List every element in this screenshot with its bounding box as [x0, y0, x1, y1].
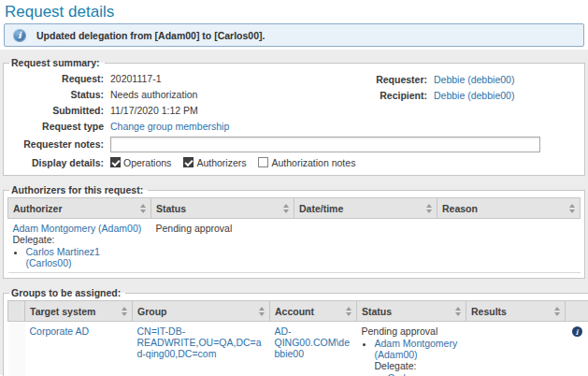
delegate-label: Delegate: — [13, 234, 147, 245]
sort-icon — [140, 204, 146, 213]
group-column-label: Group — [137, 306, 167, 317]
group-delegate-label: Delegate: — [375, 360, 462, 371]
group-link[interactable]: CN=IT-DB-READWRITE,OU=QA,DC=ad-qing00,DC… — [137, 325, 262, 359]
content-area: Request summary: Request: 20201117-1 Sta… — [0, 50, 588, 375]
target-system-column-header[interactable]: Target system — [25, 301, 133, 322]
authorizers-legend: Authorizers for this request: — [9, 184, 148, 195]
checkbox-authorization-notes[interactable]: Authorization notes — [258, 157, 367, 168]
status-value: Needs authorization — [110, 89, 197, 100]
sort-icon — [569, 204, 575, 213]
status-label: Status: — [7, 89, 104, 100]
account-column-label: Account — [275, 306, 314, 317]
sort-icon — [455, 307, 461, 316]
results-cell — [466, 322, 566, 376]
page-title: Request details — [5, 3, 588, 21]
group-column-header[interactable]: Group — [133, 301, 270, 322]
submitted-row: Submitted: 11/17/2020 1:12 PM — [7, 102, 581, 118]
row-info-icon[interactable]: i — [572, 326, 582, 337]
datetime-column-label: Date/time — [299, 203, 343, 214]
authorizer-table-row: Adam Montgomery (Adam00) Delegate: Carlo… — [8, 219, 581, 273]
target-system-cell: Corporate AD — [25, 322, 133, 376]
target-system-link[interactable]: Corporate AD — [30, 325, 90, 337]
datetime-column-header[interactable]: Date/time — [294, 198, 437, 219]
requester-notes-label: Requester notes: — [7, 138, 104, 150]
summary-right-column: Requester: Debbie (debbie00) Recipient: … — [362, 71, 514, 103]
display-details-label: Display details: — [7, 157, 104, 168]
gutter-column-header — [8, 301, 25, 322]
request-type-link[interactable]: Change group membership — [110, 121, 229, 132]
info-banner: i Updated delegation from [Adam00] to [C… — [4, 23, 584, 47]
authorizer-reason-cell — [437, 219, 581, 273]
account-cell: AD-QING00.COM\debbie00 — [270, 322, 357, 376]
status-column-header[interactable]: Status — [151, 198, 294, 219]
request-summary-section: Request summary: Request: 20201117-1 Sta… — [3, 57, 585, 176]
authorizer-link[interactable]: Adam Montgomery (Adam00) — [13, 223, 142, 234]
authorization-notes-checkbox-label: Authorization notes — [271, 157, 355, 168]
groups-legend: Groups to be assigned: — [9, 287, 125, 298]
reason-column-label: Reason — [442, 203, 478, 214]
authorizer-datetime-cell — [294, 219, 437, 273]
group-status-column-label: Status — [362, 306, 392, 317]
target-system-column-label: Target system — [30, 306, 95, 317]
status-column-label: Status — [156, 203, 186, 214]
authorizers-section: Authorizers for this request: Authorizer… — [3, 184, 585, 279]
request-label: Request: — [7, 73, 104, 84]
groups-section: Groups to be assigned: Target system Gro… — [3, 287, 588, 376]
info-icon: i — [13, 29, 26, 42]
group-status-cell: Pending approval Adam Montgomery (Adam00… — [357, 322, 466, 376]
authorizers-table: Authorizer Status Date/time Reason — [7, 197, 581, 273]
authorizers-header-row: Authorizer Status Date/time Reason — [8, 198, 581, 219]
operations-checkbox-label: Operations — [123, 157, 171, 168]
group-status-text: Pending approval — [362, 325, 462, 337]
recipient-row: Recipient: Debbie (debbie00) — [362, 87, 514, 103]
group-cell: CN=IT-DB-READWRITE,OU=QA,DC=ad-qing00,DC… — [133, 322, 270, 376]
group-status-column-header[interactable]: Status — [357, 301, 466, 322]
checkbox-operations[interactable]: Operations — [110, 157, 183, 168]
authorizer-column-header[interactable]: Authorizer — [8, 198, 151, 219]
account-column-header[interactable]: Account — [270, 301, 357, 322]
group-delegate-link[interactable]: Carlos Martinez1 (Carlos00) — [388, 372, 434, 376]
request-summary-legend: Request summary: — [9, 57, 105, 68]
gutter-cell — [8, 322, 25, 376]
delegate-link[interactable]: Carlos Martinez1 (Carlos00) — [26, 246, 100, 268]
recipient-label: Recipient: — [362, 90, 427, 101]
group-status-authorizer-link[interactable]: Adam Montgomery (Adam00) — [375, 338, 458, 360]
requester-link[interactable]: Debbie (debbie00) — [434, 74, 514, 85]
row-actions-cell: i — [566, 322, 588, 376]
sort-icon — [259, 307, 265, 316]
groups-table: Target system Group Account Status Resul… — [7, 300, 588, 376]
requester-row: Requester: Debbie (debbie00) — [362, 71, 514, 87]
results-column-label: Results — [471, 306, 507, 317]
results-column-header[interactable]: Results — [466, 301, 566, 322]
requester-notes-row: Requester notes: — [7, 134, 581, 154]
requester-notes-input[interactable] — [110, 137, 540, 152]
authorizers-checkbox[interactable] — [183, 157, 194, 167]
sort-icon — [426, 204, 432, 213]
sort-icon — [122, 307, 127, 316]
recipient-link[interactable]: Debbie (debbie00) — [434, 90, 514, 101]
banner-message: Updated delegation from [Adam00] to [Car… — [36, 30, 265, 41]
checkbox-authorizers[interactable]: Authorizers — [183, 157, 258, 168]
request-type-label: Request type — [7, 121, 104, 132]
requester-label: Requester: — [362, 74, 427, 85]
authorizers-checkbox-label: Authorizers — [196, 157, 246, 168]
operations-checkbox[interactable] — [110, 157, 121, 167]
sort-icon — [346, 307, 351, 316]
actions-column-header — [566, 301, 588, 322]
sort-icon — [283, 204, 289, 213]
submitted-value: 11/17/2020 1:12 PM — [110, 105, 198, 116]
display-details-row: Display details: Operations Authorizers … — [7, 154, 581, 170]
request-type-row: Request type Change group membership — [7, 118, 581, 134]
authorizer-cell: Adam Montgomery (Adam00) Delegate: Carlo… — [8, 219, 151, 273]
authorization-notes-checkbox[interactable] — [258, 157, 268, 167]
request-value: 20201117-1 — [110, 73, 162, 84]
authorizer-column-label: Authorizer — [13, 203, 63, 214]
submitted-label: Submitted: — [7, 105, 104, 116]
authorizer-status-cell: Pending approval — [151, 219, 294, 273]
groups-header-row: Target system Group Account Status Resul… — [8, 301, 588, 322]
account-link[interactable]: AD-QING00.COM\debbie00 — [275, 325, 351, 359]
group-table-row: Corporate AD CN=IT-DB-READWRITE,OU=QA,DC… — [8, 322, 588, 376]
reason-column-header[interactable]: Reason — [437, 198, 581, 219]
sort-icon — [554, 307, 560, 316]
